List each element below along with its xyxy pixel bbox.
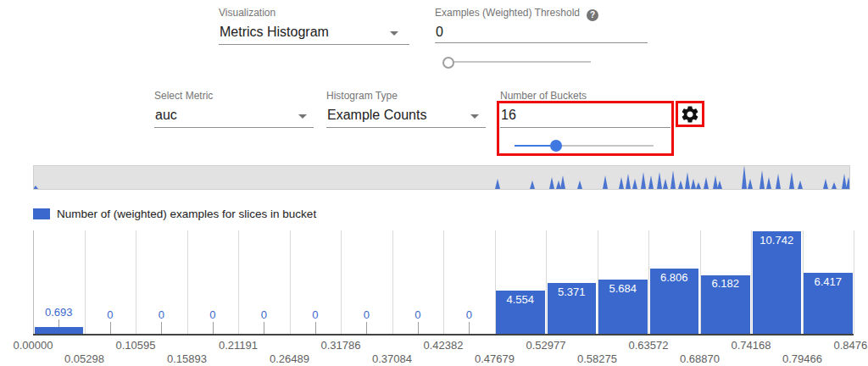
overview-spike (696, 182, 701, 189)
annotation-stem (58, 319, 59, 327)
overview-spike (648, 175, 654, 189)
x-tick-label: 0.05298 (51, 352, 119, 365)
bar-value-label: 6.182 (692, 277, 760, 290)
input-underline (500, 127, 670, 128)
histogram-type-label: Histogram Type (326, 90, 398, 102)
bar-value-label: 6.417 (794, 275, 863, 288)
annotation-stem (366, 322, 367, 334)
select-metric-value: auc (155, 108, 177, 123)
legend-label: Number of (weighted) examples for slices… (57, 208, 316, 220)
input-underline (219, 44, 409, 45)
x-tick-label: 0.52977 (512, 339, 580, 352)
overview-spike (691, 179, 696, 189)
threshold-label: Examples (Weighted) Threshold? (435, 7, 598, 21)
histogram-bar[interactable] (35, 327, 84, 334)
overview-spike (846, 177, 849, 189)
x-tick-label: 0.42382 (409, 339, 477, 352)
overview-spike (832, 182, 837, 189)
overview-spike (823, 179, 828, 189)
overview-spike (549, 177, 554, 189)
x-tick-label: 0.26489 (256, 352, 324, 365)
overview-spike (713, 175, 718, 189)
overview-spike (748, 179, 753, 189)
annotation-stem (161, 322, 162, 334)
overview-spike (766, 177, 771, 189)
overview-spike (556, 180, 561, 189)
num-buckets-value: 16 (501, 108, 516, 123)
x-tick-label: 0.84763 (820, 339, 868, 352)
x-tick-label: 0.58275 (564, 352, 632, 365)
chevron-down-icon[interactable] (390, 31, 398, 36)
x-tick-label: 0.68870 (666, 352, 734, 365)
overview-spike (34, 186, 38, 189)
annotation-stem (110, 322, 111, 334)
overview-spike (717, 180, 722, 189)
chevron-down-icon[interactable] (470, 114, 479, 119)
overview-spike (842, 174, 847, 189)
annotation-stem (213, 322, 214, 334)
annotation-stem (264, 322, 264, 334)
overview-spike (760, 170, 765, 189)
threshold-slider[interactable] (448, 55, 591, 69)
overview-spike (530, 180, 535, 189)
x-tick-label: 0.10595 (102, 339, 170, 352)
annotation-stem (315, 322, 316, 334)
overview-spike (776, 174, 781, 189)
overview-spike (495, 179, 500, 189)
settings-button[interactable] (676, 101, 704, 127)
overview-spike (657, 172, 662, 189)
overview-spike (670, 170, 676, 189)
overview-spike (577, 180, 582, 189)
x-tick-label: 0.31786 (307, 339, 375, 352)
input-underline (154, 127, 314, 128)
num-buckets-label: Number of Buckets (500, 90, 587, 102)
select-metric-label: Select Metric (154, 90, 213, 102)
overview-spikes (34, 166, 849, 189)
help-icon[interactable]: ? (587, 9, 598, 21)
overview-strip[interactable] (33, 165, 850, 190)
slider-track[interactable] (448, 61, 591, 63)
overview-spike (742, 166, 747, 189)
input-underline (326, 127, 486, 128)
overview-spike (632, 179, 637, 189)
x-tick-label: 0.37084 (359, 352, 426, 365)
bar-value-label: 10.742 (743, 234, 811, 247)
x-tick-label: 0.63572 (615, 339, 682, 352)
x-tick-label: 0.00000 (0, 339, 67, 352)
histogram-chart: 0.693000000004.5545.3715.6846.8066.18210… (0, 230, 868, 366)
gear-icon (680, 104, 700, 125)
x-tick-label: 0.15893 (153, 352, 221, 365)
overview-spike (663, 179, 668, 189)
overview-spike (704, 177, 709, 189)
histogram-type-value: Example Counts (327, 108, 426, 123)
slider-thumb[interactable] (550, 140, 562, 152)
overview-spike (798, 180, 803, 189)
plot-area: 0.693000000004.5545.3715.6846.8066.18210… (33, 230, 854, 334)
annotation-stem (418, 322, 419, 334)
overview-spike (678, 180, 683, 189)
overview-spike (619, 177, 624, 189)
threshold-value: 0 (436, 25, 443, 40)
x-tick-label: 0.74168 (717, 339, 785, 352)
chevron-down-icon[interactable] (298, 114, 307, 119)
overview-spike (560, 175, 565, 189)
overview-spike (626, 174, 631, 189)
overview-spike (603, 175, 608, 189)
visualization-value: Metrics Histogram (220, 25, 329, 40)
bar-value-label: 0 (435, 308, 504, 321)
x-tick-label: 0.21191 (204, 339, 272, 352)
visualization-label: Visualization (219, 7, 275, 19)
input-underline (435, 42, 648, 43)
overview-spike (789, 172, 794, 189)
x-axis-line (33, 334, 854, 336)
metrics-histogram-view: Visualization Metrics Histogram Examples… (0, 0, 868, 366)
annotation-stem (469, 322, 470, 334)
overview-spike (685, 172, 690, 189)
buckets-slider[interactable] (515, 139, 654, 152)
slider-thumb[interactable] (442, 57, 454, 69)
overview-spike (641, 172, 646, 189)
legend-swatch (33, 208, 50, 219)
x-tick-label: 0.79466 (769, 352, 837, 365)
x-tick-label: 0.47679 (461, 352, 529, 365)
